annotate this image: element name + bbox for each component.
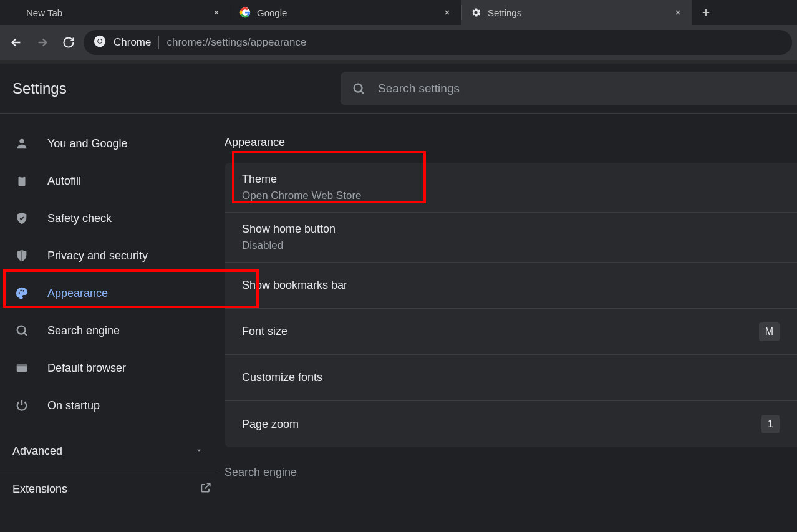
- row-sublabel: Open Chrome Web Store: [242, 190, 362, 202]
- svg-rect-6: [19, 177, 26, 186]
- nav-label: Safety check: [47, 212, 112, 225]
- blank-favicon: [9, 7, 20, 18]
- page-zoom-value[interactable]: 1: [761, 415, 780, 433]
- settings-body: You and Google Autofill Safety check Pri…: [0, 114, 797, 532]
- nav-safety-check[interactable]: Safety check: [0, 200, 225, 237]
- tab-google[interactable]: Google: [231, 0, 461, 25]
- search-settings-input[interactable]: Search settings: [341, 72, 797, 105]
- tab-title: New Tab: [26, 7, 205, 18]
- google-favicon-icon: [239, 7, 251, 18]
- row-page-zoom[interactable]: Page zoom 1: [225, 401, 797, 447]
- power-icon: [14, 397, 30, 414]
- svg-point-3: [98, 39, 102, 43]
- section-title: Appearance: [225, 136, 797, 149]
- settings-header: Settings Search settings: [0, 64, 797, 114]
- tab-settings[interactable]: Settings: [461, 0, 692, 25]
- search-icon: [352, 82, 365, 95]
- nav-search-engine[interactable]: Search engine: [0, 312, 225, 349]
- row-label: Font size: [242, 325, 287, 338]
- row-label: Customize fonts: [242, 371, 322, 384]
- nav-label: Privacy and security: [47, 249, 148, 263]
- close-icon[interactable]: [672, 7, 683, 18]
- row-font-size[interactable]: Font size M: [225, 309, 797, 355]
- nav-label: Appearance: [47, 287, 108, 300]
- nav-label: Search engine: [47, 324, 120, 337]
- clipboard-icon: [14, 173, 30, 189]
- address-bar[interactable]: Chrome chrome://settings/appearance: [84, 30, 792, 55]
- gear-icon: [470, 7, 481, 18]
- nav-privacy-security[interactable]: Privacy and security: [0, 237, 225, 274]
- chevron-down-icon: [195, 445, 203, 458]
- nav-advanced[interactable]: Advanced: [0, 433, 216, 470]
- nav-autofill[interactable]: Autofill: [0, 162, 225, 200]
- row-label: Show bookmarks bar: [242, 279, 347, 292]
- advanced-label: Advanced: [12, 445, 62, 458]
- tab-title: Settings: [488, 7, 666, 18]
- appearance-card: Theme Open Chrome Web Store Show home bu…: [225, 163, 797, 447]
- svg-point-4: [354, 84, 362, 92]
- row-label: Page zoom: [242, 418, 299, 431]
- shield-icon: [14, 248, 30, 264]
- row-label: Show home button: [242, 223, 336, 236]
- tab-strip: New Tab Google Settings: [0, 0, 797, 25]
- svg-point-8: [19, 292, 21, 294]
- palette-icon: [14, 285, 30, 301]
- row-label: Theme: [242, 173, 362, 186]
- search-placeholder: Search settings: [378, 82, 460, 95]
- reload-button[interactable]: [57, 31, 80, 54]
- row-home-button[interactable]: Show home button Disabled: [225, 213, 797, 263]
- shield-check-icon: [14, 210, 30, 226]
- nav-label: You and Google: [47, 137, 127, 150]
- svg-point-11: [17, 326, 26, 334]
- nav-default-browser[interactable]: Default browser: [0, 349, 225, 387]
- nav-you-and-google[interactable]: You and Google: [0, 125, 225, 162]
- tab-new-tab[interactable]: New Tab: [0, 0, 231, 25]
- nav-appearance[interactable]: Appearance: [0, 274, 225, 312]
- browser-icon: [14, 360, 30, 376]
- svg-point-9: [20, 290, 22, 292]
- close-icon[interactable]: [442, 7, 453, 18]
- svg-rect-13: [17, 364, 27, 367]
- nav-label: On startup: [47, 399, 100, 412]
- url-divider: [158, 36, 159, 49]
- nav-label: Default browser: [47, 362, 126, 375]
- back-button[interactable]: [5, 31, 27, 54]
- extensions-label: Extensions: [12, 483, 67, 496]
- nav-extensions[interactable]: Extensions: [0, 470, 225, 508]
- nav-label: Autofill: [47, 175, 81, 188]
- next-section-title: Search engine: [225, 466, 797, 479]
- row-customize-fonts[interactable]: Customize fonts: [225, 355, 797, 401]
- close-icon[interactable]: [211, 7, 222, 18]
- url-scheme-label: Chrome: [114, 36, 151, 49]
- settings-content: Appearance Theme Open Chrome Web Store S…: [225, 114, 797, 532]
- settings-nav: You and Google Autofill Safety check Pri…: [0, 114, 225, 532]
- external-link-icon: [200, 481, 212, 497]
- url-path: chrome://settings/appearance: [167, 36, 306, 49]
- chrome-icon: [94, 35, 106, 50]
- row-bookmarks-bar[interactable]: Show bookmarks bar: [225, 263, 797, 309]
- nav-on-startup[interactable]: On startup: [0, 387, 225, 424]
- row-sublabel: Disabled: [242, 239, 336, 252]
- row-theme[interactable]: Theme Open Chrome Web Store: [225, 163, 797, 213]
- svg-point-5: [19, 139, 24, 143]
- search-icon: [14, 322, 30, 339]
- forward-button[interactable]: [31, 31, 54, 54]
- person-icon: [14, 135, 30, 152]
- svg-rect-7: [20, 175, 24, 178]
- new-tab-button[interactable]: [692, 0, 720, 25]
- toolbar: Chrome chrome://settings/appearance: [0, 25, 797, 60]
- tab-title: Google: [257, 7, 435, 18]
- font-size-value[interactable]: M: [759, 322, 780, 341]
- settings-title: Settings: [0, 80, 341, 97]
- svg-point-10: [22, 290, 24, 292]
